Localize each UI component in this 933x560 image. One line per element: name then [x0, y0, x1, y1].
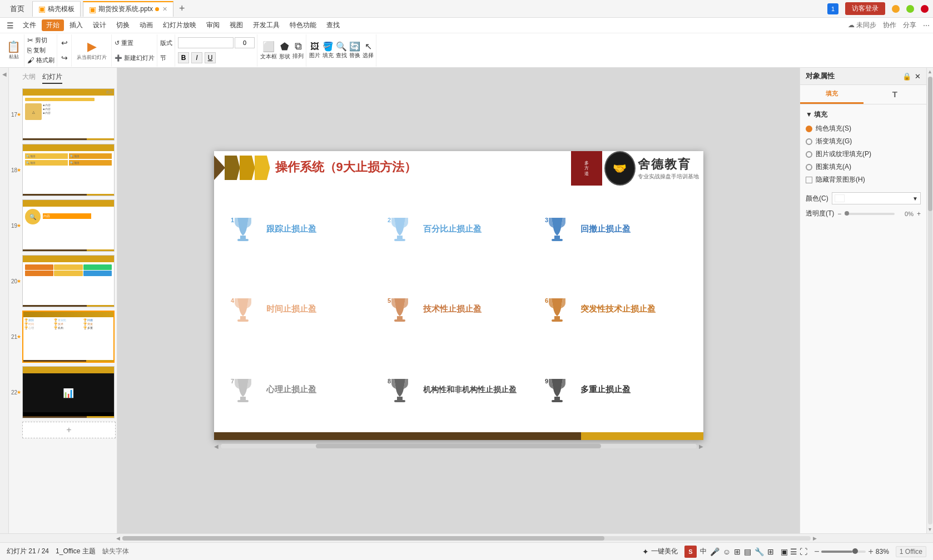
beautify-btn[interactable]: ✦ 一键美化	[642, 547, 678, 556]
menu-view[interactable]: 视图	[225, 19, 247, 31]
slide-canvas[interactable]: 操作系统（9大止损方法） 多 方 道 🤝 舍德教育 专业实战操盘手培训基地	[214, 151, 703, 440]
v-scroll-down[interactable]: ▼	[927, 527, 932, 532]
window-close[interactable]	[921, 5, 929, 13]
underline-btn[interactable]: U	[205, 52, 216, 63]
slide-20-thumb[interactable]	[22, 255, 115, 307]
fill-gradient-option[interactable]: 渐变填充(G)	[806, 137, 921, 146]
copy-btn[interactable]: ⎘ 复制	[27, 46, 54, 54]
layout-btn[interactable]: 版式	[160, 39, 172, 47]
status-icon-face[interactable]: ☺	[723, 547, 731, 556]
add-slide-btn[interactable]: +	[22, 422, 116, 438]
opacity-minus[interactable]: −	[837, 210, 841, 218]
slide-19-thumb[interactable]: 🔍 内容	[22, 199, 115, 252]
zoom-slider[interactable]	[821, 551, 866, 553]
h-scroll-bar[interactable]	[221, 444, 697, 448]
image-btn[interactable]: 🖼 图片	[309, 42, 320, 59]
opacity-slider[interactable]	[845, 213, 895, 215]
panel-tab-slides[interactable]: 幻灯片	[42, 72, 62, 84]
status-icon-mic[interactable]: 🎤	[710, 547, 719, 556]
more-btn[interactable]: ⋯	[923, 22, 930, 29]
status-icon-zh[interactable]: 中	[700, 547, 707, 556]
trophy-item-1[interactable]: 1 跟踪止损止盈	[225, 191, 378, 267]
fill-hide-bg-option[interactable]: 隐藏背景图形(H)	[806, 175, 921, 184]
view-fullscreen-btn[interactable]: ⛶	[800, 547, 807, 556]
h-scroll-left[interactable]: ◀	[214, 443, 219, 449]
status-icon-tools[interactable]: 🔧	[755, 547, 764, 556]
view-normal-btn[interactable]: ▣	[781, 547, 788, 556]
right-panel-close-icon[interactable]: ✕	[915, 72, 921, 81]
textbox-btn[interactable]: ⬜ 文本框	[260, 41, 277, 61]
v-scroll-track[interactable]	[928, 77, 932, 524]
bold-btn[interactable]: B	[178, 52, 189, 63]
tab-template[interactable]: ▣ 稿壳模板	[32, 1, 81, 17]
panel-collapse-btn[interactable]: ◀	[2, 71, 7, 77]
paste-btn[interactable]: 📋 粘贴	[7, 40, 21, 61]
undo-btn[interactable]: ↩	[61, 38, 68, 47]
reset-btn[interactable]: ↺ 重置	[115, 39, 155, 47]
format-btn[interactable]: 🖌 格式刷	[27, 56, 54, 64]
menu-file[interactable]: 文件	[18, 19, 41, 31]
trophy-item-7[interactable]: 7 心理止损止盈	[225, 352, 378, 428]
new-slide-btn[interactable]: ➕ 新建幻灯片	[115, 54, 155, 62]
slide-17-thumb[interactable]: △ ■ 内容■ 内容■ 内容 图示	[22, 88, 115, 141]
slide-18-thumb[interactable]: 🔍 项目 🔍 项目 🔍 项目 🔍 项目	[22, 144, 115, 196]
italic-btn[interactable]: I	[191, 52, 202, 63]
tab-pptx[interactable]: ▣ 期货投资系统.pptx ✕	[83, 1, 173, 17]
menu-animate[interactable]: 动画	[135, 19, 157, 31]
menu-devtools[interactable]: 开发工具	[249, 19, 284, 31]
menu-slideshow[interactable]: 幻灯片放映	[158, 19, 201, 31]
menu-design[interactable]: 设计	[88, 19, 111, 31]
fill-solid-option[interactable]: 纯色填充(S)	[806, 124, 921, 133]
replace-btn[interactable]: 🔄 替换	[349, 41, 360, 59]
slideshow-btn[interactable]: ▶ 从当前幻灯片	[77, 39, 107, 61]
h-scroll2-right[interactable]: ▶	[811, 536, 819, 541]
slide-22-thumb[interactable]: 📊	[22, 366, 115, 418]
fill-picture-option[interactable]: 图片或纹理填充(P)	[806, 149, 921, 159]
trophy-item-8[interactable]: 8 机构性和非机构性止损止盈	[382, 352, 535, 428]
menu-switch[interactable]: 切换	[112, 19, 134, 31]
window-maximize[interactable]	[906, 5, 914, 13]
collab-label[interactable]: 协作	[883, 21, 896, 30]
menu-insert[interactable]: 插入	[65, 19, 87, 31]
panel-tab-outline[interactable]: 大纲	[22, 72, 36, 84]
menu-home[interactable]: 开始	[42, 19, 64, 31]
menu-hamburger[interactable]: ☰	[3, 20, 17, 31]
fill-pattern-option[interactable]: 图案填充(A)	[806, 162, 921, 172]
add-tab-btn[interactable]: +	[176, 3, 188, 14]
menu-review[interactable]: 审阅	[202, 19, 224, 31]
fill-btn[interactable]: 🪣 填充	[322, 41, 334, 59]
v-scroll-up[interactable]: ▲	[927, 69, 932, 74]
trophy-item-3[interactable]: 3 回撤止损止盈	[539, 191, 692, 267]
section-btn[interactable]: 节	[160, 54, 172, 62]
redo-btn[interactable]: ↪	[61, 53, 68, 62]
tab-close-btn[interactable]: ✕	[162, 6, 167, 13]
h-scroll2-bar[interactable]	[122, 536, 811, 541]
font-family-input[interactable]	[178, 37, 234, 48]
shape-btn[interactable]: ⬟ 形状	[279, 41, 290, 61]
theme-label[interactable]: 1_Office 主题	[56, 547, 96, 556]
menu-find[interactable]: 查找	[322, 19, 344, 31]
status-icon-bar[interactable]: ▤	[744, 547, 751, 556]
tab-text-icon[interactable]: T	[863, 85, 927, 104]
right-panel-lock-icon[interactable]: 🔒	[902, 72, 911, 81]
missing-font-label[interactable]: 缺失字体	[102, 547, 129, 556]
find-btn[interactable]: 🔍 查找	[336, 41, 347, 59]
menu-special[interactable]: 特色功能	[285, 19, 321, 31]
trophy-item-2[interactable]: 2 百分比止损止盈	[382, 191, 535, 267]
status-icon-expand[interactable]: ⊞	[767, 547, 774, 556]
visit-login-btn[interactable]: 访客登录	[845, 2, 885, 15]
zoom-in-btn[interactable]: +	[868, 547, 873, 557]
zoom-out-btn[interactable]: −	[814, 547, 819, 557]
trophy-item-5[interactable]: 5 技术性止损止盈	[382, 272, 535, 348]
share-label[interactable]: 分享	[903, 21, 916, 30]
sync-label[interactable]: ☁ 未同步	[848, 21, 876, 30]
slide-21-thumb[interactable]: 🏆 跟踪 🏆 百分比 🏆 回撤 🏆 时间 🏆 技术 🏆 突发 🏆 心理 🏆 机构…	[22, 311, 115, 363]
status-icon-S[interactable]: S	[684, 546, 697, 558]
home-tab[interactable]: 首页	[4, 3, 30, 15]
cut-btn[interactable]: ✂ 剪切	[27, 36, 54, 44]
trophy-item-6[interactable]: 6 突发性技术止损止盈	[539, 272, 692, 348]
status-icon-grid[interactable]: ⊞	[734, 547, 741, 556]
opacity-plus[interactable]: +	[917, 210, 921, 218]
h-scroll-right[interactable]: ▶	[699, 443, 703, 449]
trophy-item-4[interactable]: 4 时间止损止盈	[225, 272, 378, 348]
